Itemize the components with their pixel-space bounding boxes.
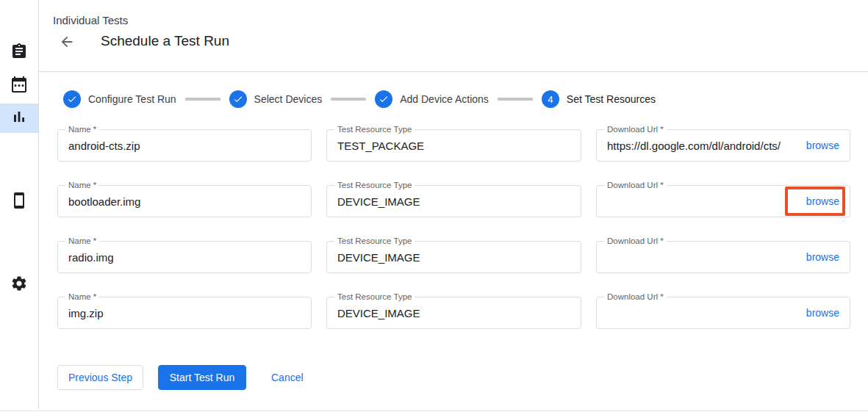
field-label: Name *	[65, 125, 99, 134]
step-number-badge: 4	[542, 90, 559, 108]
step-select-devices[interactable]: Select Devices	[229, 90, 323, 108]
stepper-connector	[185, 98, 220, 101]
back-button[interactable]	[57, 33, 76, 52]
window-bottom-edge	[0, 411, 868, 411]
field-value: https://dl.google.com/dl/android/cts/	[597, 140, 802, 152]
field-value: bootloader.img	[58, 195, 311, 208]
sidebar-item-tests[interactable]	[0, 38, 38, 68]
field-label: Name *	[65, 236, 99, 246]
step-label: Set Test Resources	[567, 93, 656, 105]
field-value: android-cts.zip	[58, 140, 311, 152]
field-label: Download Url *	[604, 236, 667, 246]
action-bar: Previous Step Start Test Run Cancel	[57, 365, 304, 390]
step-label: Add Device Actions	[400, 93, 489, 105]
field-value: img.zip	[58, 307, 311, 319]
field-label: Name *	[65, 181, 99, 190]
resource-type-field-row4[interactable]: Test Resource Type DEVICE_IMAGE	[326, 297, 581, 329]
field-value: DEVICE_IMAGE	[327, 307, 581, 319]
page-title: Schedule a Test Run	[101, 33, 229, 49]
sidebar	[0, 0, 39, 408]
previous-step-button[interactable]: Previous Step	[57, 365, 143, 390]
resource-type-field-row3[interactable]: Test Resource Type DEVICE_IMAGE	[326, 241, 581, 273]
resource-type-field-row2[interactable]: Test Resource Type DEVICE_IMAGE	[326, 185, 581, 217]
stepper-connector	[331, 98, 366, 101]
field-label: Test Resource Type	[334, 292, 415, 302]
step-done-check-icon	[375, 90, 392, 108]
download-url-field-row1[interactable]: Download Url * https://dl.google.com/dl/…	[596, 129, 850, 162]
field-label: Download Url *	[604, 181, 667, 190]
browse-button-row3[interactable]: browse	[802, 242, 850, 272]
field-label: Name *	[65, 292, 99, 302]
step-done-check-icon	[229, 90, 247, 108]
name-field-row3[interactable]: Name * radio.img	[57, 241, 312, 273]
sidebar-item-test-runs[interactable]	[0, 104, 38, 133]
field-label: Download Url *	[604, 292, 667, 302]
assignment-icon	[10, 43, 28, 63]
stepper-connector	[498, 98, 533, 101]
field-value: DEVICE_IMAGE	[327, 251, 581, 264]
download-url-field-row4[interactable]: Download Url * browse	[596, 297, 850, 329]
calendar-icon	[10, 76, 28, 96]
download-url-field-row2[interactable]: Download Url * browse	[596, 185, 850, 217]
sidebar-item-test-plans[interactable]	[0, 71, 38, 101]
breadcrumb: Individual Tests	[53, 14, 128, 26]
download-url-field-row3[interactable]: Download Url * browse	[596, 241, 850, 273]
browse-button-row2[interactable]: browse	[802, 186, 850, 217]
sidebar-item-devices[interactable]	[0, 187, 38, 217]
step-add-device-actions[interactable]: Add Device Actions	[375, 90, 489, 108]
name-field-row1[interactable]: Name * android-cts.zip	[57, 129, 312, 162]
field-label: Test Resource Type	[334, 125, 415, 134]
step-done-check-icon	[63, 90, 81, 108]
start-test-run-button[interactable]: Start Test Run	[158, 365, 246, 390]
field-value: DEVICE_IMAGE	[327, 195, 581, 208]
name-field-row4[interactable]: Name * img.zip	[57, 297, 312, 329]
resource-type-field-row1[interactable]: Test Resource Type TEST_PACKAGE	[326, 129, 581, 162]
cancel-button[interactable]: Cancel	[271, 365, 304, 390]
sidebar-item-settings[interactable]	[0, 270, 38, 300]
name-field-row2[interactable]: Name * bootloader.img	[57, 185, 312, 217]
browse-button-row4[interactable]: browse	[802, 297, 850, 328]
header-divider	[39, 71, 868, 72]
field-label: Download Url *	[604, 125, 667, 134]
field-label: Test Resource Type	[334, 236, 415, 246]
step-label: Select Devices	[254, 93, 323, 105]
bar-chart-icon	[10, 108, 28, 129]
field-value: TEST_PACKAGE	[327, 140, 581, 152]
step-set-test-resources[interactable]: 4 Set Test Resources	[542, 90, 656, 108]
test-resources-form: Name * android-cts.zip Test Resource Typ…	[57, 129, 850, 329]
field-value: radio.img	[58, 251, 311, 264]
step-configure-test-run[interactable]: Configure Test Run	[63, 90, 176, 108]
smartphone-icon	[10, 192, 28, 212]
stepper: Configure Test Run Select Devices Add De…	[63, 90, 656, 109]
gear-icon	[10, 275, 28, 295]
browse-button-row1[interactable]: browse	[802, 130, 850, 161]
field-label: Test Resource Type	[334, 181, 415, 190]
step-label: Configure Test Run	[88, 93, 176, 105]
back-arrow-icon	[59, 34, 75, 52]
